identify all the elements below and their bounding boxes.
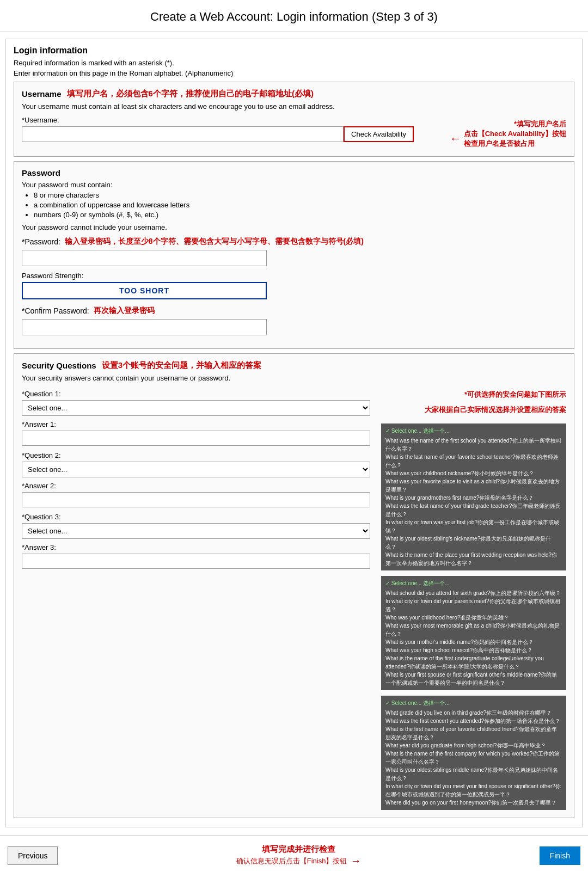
dp1-item-5: What is your grandmothers first name?你祖母… xyxy=(385,494,562,502)
dp3-item-8: Where did you go on your first honeymoon… xyxy=(385,799,562,807)
username-label: Username xyxy=(22,89,62,99)
bottom-annotation-line1: 填写完成并进行检查 xyxy=(58,844,539,855)
question-1-label: *Question 1: xyxy=(22,390,370,398)
dropdown-preview-1: ✓ Select one... 选择一个... What was the nam… xyxy=(381,423,566,570)
username-right-annotation: *填写完用户名后 ← 点击【Check Availability】按钮 检查用户… xyxy=(425,119,566,149)
username-right-annotation-line3: 检查用户名是否被占用 xyxy=(464,139,535,149)
previous-button[interactable]: Previous xyxy=(8,846,58,865)
security-annotation: 设置3个账号的安全问题，并输入相应的答案 xyxy=(102,360,261,371)
required-note: Required information is marked with an a… xyxy=(14,59,574,67)
question-1-block: *Question 1: Select one... What was the … xyxy=(22,390,370,446)
password-strength-bar: TOO SHORT xyxy=(22,282,267,299)
dp3-item-2: What was the first concert you attended?… xyxy=(385,717,562,725)
dp2-item-6: What was your high school mascot?你高中的吉祥物… xyxy=(385,646,562,654)
answer-3-label: *Answer 3: xyxy=(22,543,370,551)
security-right-annotation-1: *可供选择的安全问题如下图所示 xyxy=(381,390,566,400)
username-input[interactable] xyxy=(22,126,344,142)
question-2-select[interactable]: Select one... What school did you attend… xyxy=(22,462,370,477)
security-right: *可供选择的安全问题如下图所示 大家根据自己实际情况选择并设置相应的答案 ✓ S… xyxy=(381,390,566,810)
dp2-item-5: What is your mother's middle name?你妈妈的中间… xyxy=(385,638,562,646)
password-section-title: Password xyxy=(22,168,566,177)
security-section-title: Security Questions xyxy=(22,361,96,370)
dp3-item-7: In what city or town did you meet your f… xyxy=(385,782,562,799)
page-title: Create a Web Account: Login information … xyxy=(0,0,588,32)
question-2-block: *Question 2: Select one... What school d… xyxy=(22,451,370,507)
bottom-bar: Previous 填写完成并进行检查 确认信息无误后点击【Finish】按钮 →… xyxy=(0,835,588,876)
dp3-item-4: What year did you graduate from high sch… xyxy=(385,741,562,750)
username-desc: Your username must contain at least six … xyxy=(22,102,566,111)
password-rule-1: 8 or more characters xyxy=(34,191,566,199)
arrow-icon: ← xyxy=(450,132,462,146)
bottom-annotation-text: 确认信息无误后点击【Finish】按钮 xyxy=(236,856,347,866)
dp2-item-3: Who was your childhood hero?谁是你童年的英雄？ xyxy=(385,613,562,622)
dp1-item-3: What was your childhood nickname?你小时候的绰号… xyxy=(385,469,562,477)
password-cannot-note: Your password cannot include your userna… xyxy=(22,223,566,231)
finish-button[interactable]: Finish xyxy=(540,846,580,865)
security-note: Your security answers cannot contain you… xyxy=(22,374,566,382)
confirm-password-label-row: *Confirm Password: 再次输入登录密码 xyxy=(22,306,566,316)
security-header-row: Security Questions 设置3个账号的安全问题，并输入相应的答案 xyxy=(22,360,566,371)
username-input-row: Check Availability xyxy=(22,126,414,142)
dp3-item-5: What is the name of the first company fo… xyxy=(385,750,562,766)
question-3-select[interactable]: Select one... What grade did you live on… xyxy=(22,523,370,539)
username-label-row: Username 填写用户名，必须包含6个字符，推荐使用自己的电子邮箱地址(必填… xyxy=(22,89,566,99)
password-section: Password Your password must contain: 8 o… xyxy=(14,161,574,349)
security-left: *Question 1: Select one... What was the … xyxy=(22,390,370,810)
question-3-block: *Question 3: Select one... What grade di… xyxy=(22,513,370,569)
password-field-label: *Password: xyxy=(22,237,60,246)
dp1-item-7: In what city or town was your first job?… xyxy=(385,518,562,535)
password-annotation: 输入登录密码，长度至少8个字符、需要包含大写与小写字母、需要包含数字与符号(必填… xyxy=(65,237,364,247)
dp2-item-4: What was your most memorable gift as a c… xyxy=(385,622,562,638)
dp1-item-2: What is the last name of your favorite s… xyxy=(385,453,562,469)
answer-1-input[interactable] xyxy=(22,431,370,446)
confirm-password-annotation: 再次输入登录密码 xyxy=(94,306,155,316)
dropdown-preview-1-header: ✓ Select one... 选择一个... xyxy=(385,427,562,435)
check-availability-button[interactable]: Check Availability xyxy=(344,126,414,142)
answer-2-input[interactable] xyxy=(22,492,370,507)
dp3-item-6: What is your oldest siblings middle name… xyxy=(385,766,562,782)
username-annotation: 填写用户名，必须包含6个字符，推荐使用自己的电子邮箱地址(必填) xyxy=(67,89,314,99)
dp3-item-3: What is the first name of your favorite … xyxy=(385,725,562,741)
dp2-item-1: What school did you attend for sixth gra… xyxy=(385,589,562,597)
dropdown-preview-3-header: ✓ Select one... 选择一个... xyxy=(385,699,562,707)
question-3-label: *Question 3: xyxy=(22,513,370,521)
question-2-label: *Question 2: xyxy=(22,451,370,459)
username-field-label: *Username: xyxy=(22,116,414,124)
bottom-annotation: 填写完成并进行检查 确认信息无误后点击【Finish】按钮 → xyxy=(58,844,539,867)
dp1-item-9: What is the name of the place your first… xyxy=(385,551,562,567)
dp2-item-2: In what city or town did your parents me… xyxy=(385,597,562,613)
username-right-annotation-line2: 点击【Check Availability】按钮 xyxy=(464,129,566,139)
security-right-annotation-2: 大家根据自己实际情况选择并设置相应的答案 xyxy=(381,405,566,415)
password-rules: Your password must contain: 8 or more ch… xyxy=(22,181,566,219)
dp2-item-7: What is the name of the first undergradu… xyxy=(385,654,562,671)
bottom-annotation-line2: 确认信息无误后点击【Finish】按钮 → xyxy=(58,855,539,867)
password-rule-2: a combination of uppercase and lowercase… xyxy=(34,201,566,209)
password-rule-3: numbers (0-9) or symbols (#, $, %, etc.) xyxy=(34,211,566,219)
bottom-arrow-icon: → xyxy=(350,855,361,867)
question-1-select[interactable]: Select one... What was the name of the f… xyxy=(22,400,370,416)
password-input[interactable] xyxy=(22,250,267,266)
dp2-item-8: What is your first spouse or first signi… xyxy=(385,671,562,687)
password-label-row: *Password: 输入登录密码，长度至少8个字符、需要包含大写与小写字母、需… xyxy=(22,237,566,247)
dp1-item-8: What is your oldest sibling's nickname?你… xyxy=(385,535,562,551)
answer-1-label: *Answer 1: xyxy=(22,420,370,428)
dp3-item-1: What grade did you live on in third grad… xyxy=(385,709,562,717)
confirm-password-input[interactable] xyxy=(22,319,267,335)
dp1-item-6: What was the last name of your third gra… xyxy=(385,502,562,518)
dp1-item-1: What was the name of the first school yo… xyxy=(385,437,562,453)
username-section: Username 填写用户名，必须包含6个字符，推荐使用自己的电子邮箱地址(必填… xyxy=(14,82,574,157)
login-section-title: Login information xyxy=(14,46,574,56)
dropdown-preview-3: ✓ Select one... 选择一个... What grade did y… xyxy=(381,696,566,810)
security-questions-section: Security Questions 设置3个账号的安全问题，并输入相应的答案 … xyxy=(14,353,574,818)
security-content: *Question 1: Select one... What was the … xyxy=(22,390,566,810)
dp1-item-4: What was your favorite place to visit as… xyxy=(385,477,562,494)
dropdown-preview-2: ✓ Select one... 选择一个... What school did … xyxy=(381,576,566,690)
main-section: Login information Required information i… xyxy=(5,39,583,827)
password-strength-label: Password Strength: xyxy=(22,272,566,280)
answer-2-label: *Answer 2: xyxy=(22,482,370,490)
roman-note: Enter information on this page in the Ro… xyxy=(14,69,574,77)
dropdown-preview-2-header: ✓ Select one... 选择一个... xyxy=(385,579,562,587)
password-rules-intro: Your password must contain: xyxy=(22,181,566,189)
confirm-password-field-label: *Confirm Password: xyxy=(22,306,89,315)
answer-3-input[interactable] xyxy=(22,554,370,569)
